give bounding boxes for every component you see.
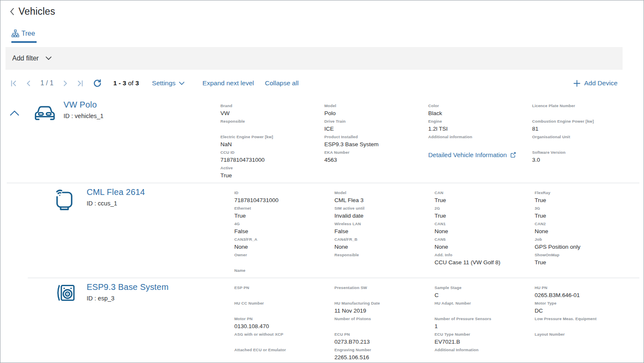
collapse-row-button[interactable] <box>10 110 19 118</box>
field-group: Layout Number <box>535 332 635 347</box>
field-value <box>234 292 334 299</box>
field-column: Licence Plate NumberCombustion Engine Po… <box>532 103 636 181</box>
range-of: of <box>128 79 133 87</box>
field-group: Detailed Vehicle Information <box>428 150 532 166</box>
field-group: Motor PN0130.108.470 <box>234 316 334 332</box>
add-filter-dropdown[interactable]: Add filter <box>5 47 623 70</box>
field-group: 4GFalse <box>234 221 334 237</box>
field-value: None <box>535 228 635 235</box>
field-value: 3.0 <box>532 157 636 163</box>
field-value: ESP9.3 Base System <box>324 141 428 148</box>
field-group: Motor TypeDC <box>535 301 635 316</box>
add-device-label: Add Device <box>584 79 617 87</box>
field-group: ActiveTrue <box>220 166 324 181</box>
pagination: 1 / 1 <box>11 79 102 88</box>
field-value: 0265.B3M.646-01 <box>535 292 635 299</box>
field-group: Additional Information <box>435 347 535 363</box>
previous-page-button[interactable] <box>27 80 31 87</box>
field-label: HU Manufacturing Date <box>334 301 435 305</box>
range-total: 3 <box>135 79 139 87</box>
ccu-icon <box>55 188 74 211</box>
next-page-icon <box>63 80 67 87</box>
field-column: FlexRayTrue3GTrueCAN2NoneJobGPS Position… <box>535 190 635 278</box>
field-group: Low Pressure Meas. Equipment <box>535 316 635 332</box>
field-value: 1.2l TSI <box>428 126 532 132</box>
field-label: Responsible <box>220 119 324 124</box>
field-group: ShowOnMapTrue <box>535 253 635 268</box>
field-label: Owner <box>234 253 334 257</box>
field-group: ASG with or without XCP <box>234 332 334 347</box>
field-label: CAN4/FR_B <box>334 237 435 242</box>
first-page-button[interactable] <box>11 80 17 87</box>
back-button[interactable] <box>9 7 15 16</box>
field-column: ID71878104731000EthernetTrue4GFalseCAN3/… <box>234 190 334 278</box>
field-label: CAN5 <box>435 237 535 242</box>
field-group: Presentation SW <box>334 285 435 301</box>
field-value <box>234 354 334 361</box>
collapse-all-button[interactable]: Collapse all <box>265 79 299 87</box>
settings-dropdown[interactable]: Settings <box>152 79 185 87</box>
field-label: ASG with or without XCP <box>234 332 334 337</box>
field-group: HU PN0265.B3M.646-01 <box>535 285 635 301</box>
field-group: CAN3/FR_ANone <box>234 237 334 253</box>
field-value: True <box>220 172 324 179</box>
tree-row-vw-polo: VW PoloID : vehicles_1BrandVWResponsible… <box>0 97 644 183</box>
field-label: Additional information <box>428 134 532 139</box>
field-group: Number of Pressure Sensors1 <box>435 316 535 332</box>
field-value: ICE <box>324 126 428 132</box>
field-value: GPS Position only <box>535 244 635 250</box>
next-page-button[interactable] <box>63 80 67 87</box>
field-group: Additional information <box>428 134 532 150</box>
chevron-down-icon <box>179 82 185 85</box>
field-label: Motor Type <box>535 301 635 305</box>
entity-title-link[interactable]: ESP9.3 Base System <box>87 282 169 292</box>
field-group: Engine1.2l TSI <box>428 119 532 134</box>
field-value: True <box>535 213 635 219</box>
result-range: 1 - 3 of 3 <box>113 79 139 87</box>
last-page-button[interactable] <box>77 80 83 87</box>
field-value <box>435 308 535 314</box>
field-value: 81 <box>532 126 636 132</box>
expand-next-level-button[interactable]: Expand next level <box>202 79 254 87</box>
entity-header: VW PoloID : vehicles_1 <box>64 100 103 119</box>
entity-title-link[interactable]: CML Flea 2614 <box>87 187 145 197</box>
entity-id: ID : esp_3 <box>87 295 169 302</box>
field-value: 71878104731000 <box>234 197 334 204</box>
add-device-button[interactable]: Add Device <box>573 79 617 87</box>
field-value: CML Flea 3 <box>334 197 435 204</box>
field-group: Electric Engine Power [kw]NaN <box>220 134 324 150</box>
field-label: Motor PN <box>234 316 334 321</box>
field-group: 2GTrue <box>435 206 535 221</box>
field-value: None <box>435 228 535 235</box>
tab-tree-label: Tree <box>21 30 35 37</box>
tree-icon <box>11 29 19 37</box>
field-label: Model <box>324 103 428 108</box>
field-label: SIM active until <box>334 206 435 210</box>
field-value: True <box>535 259 635 266</box>
detailed-vehicle-information-link[interactable]: Detailed Vehicle Information <box>428 151 516 158</box>
field-group: ECU PN0273.B70.213 <box>334 332 435 347</box>
field-value: Polo <box>324 110 428 117</box>
field-label: FlexRay <box>535 190 635 195</box>
entity-id: ID : vehicles_1 <box>64 113 103 119</box>
tab-tree[interactable]: Tree <box>11 29 37 43</box>
field-group: HU Adapt. Number <box>435 301 535 316</box>
field-group: Licence Plate Number <box>532 103 636 119</box>
field-label: ECU Type Number <box>435 332 535 337</box>
field-value: None <box>234 244 334 250</box>
field-group: Engraving Number2265.106.516 <box>334 347 435 363</box>
field-label: Layout Number <box>535 332 635 337</box>
field-column: Sample StageCHU Adapt. NumberNumber of P… <box>435 285 535 363</box>
field-value: 11 Nov 2019 <box>334 308 435 314</box>
field-group: Name <box>234 268 334 278</box>
refresh-button[interactable] <box>93 79 102 88</box>
entity-id: ID : ccus_1 <box>87 200 145 207</box>
field-value <box>532 110 636 117</box>
field-group: 3GTrue <box>535 206 635 221</box>
field-value: CCU Case 11 (VW Golf 8) <box>435 259 535 266</box>
field-value: Invalid date <box>334 213 435 219</box>
field-value: 71878104731000 <box>220 157 324 163</box>
field-label: Add. Info <box>435 253 535 257</box>
field-group: ColorBlack <box>428 103 532 119</box>
entity-title-link[interactable]: VW Polo <box>64 100 103 110</box>
